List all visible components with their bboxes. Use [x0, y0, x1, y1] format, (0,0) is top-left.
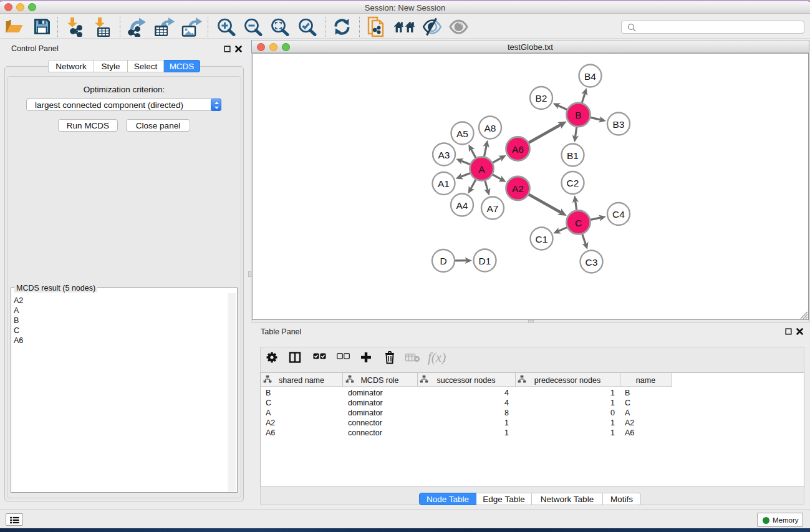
svg-text:A4: A4 [456, 200, 468, 211]
svg-text:A6: A6 [512, 144, 524, 155]
svg-text:A: A [478, 164, 485, 175]
svg-text:B1: B1 [567, 150, 579, 161]
svg-text:A5: A5 [456, 128, 468, 139]
svg-text:A1: A1 [438, 178, 450, 189]
svg-text:D1: D1 [479, 256, 491, 266]
svg-text:B4: B4 [584, 71, 596, 82]
svg-text:C2: C2 [567, 178, 579, 188]
svg-text:C3: C3 [586, 257, 598, 268]
svg-text:C4: C4 [612, 209, 625, 220]
svg-text:C: C [575, 218, 582, 228]
svg-text:B2: B2 [536, 93, 547, 104]
svg-text:A7: A7 [487, 203, 499, 214]
svg-text:D: D [440, 256, 446, 266]
svg-text:A3: A3 [438, 150, 450, 160]
svg-text:C1: C1 [536, 234, 548, 244]
svg-text:B: B [575, 110, 581, 120]
svg-text:A2: A2 [512, 183, 524, 194]
svg-text:A8: A8 [485, 123, 496, 133]
svg-text:B3: B3 [613, 119, 625, 130]
